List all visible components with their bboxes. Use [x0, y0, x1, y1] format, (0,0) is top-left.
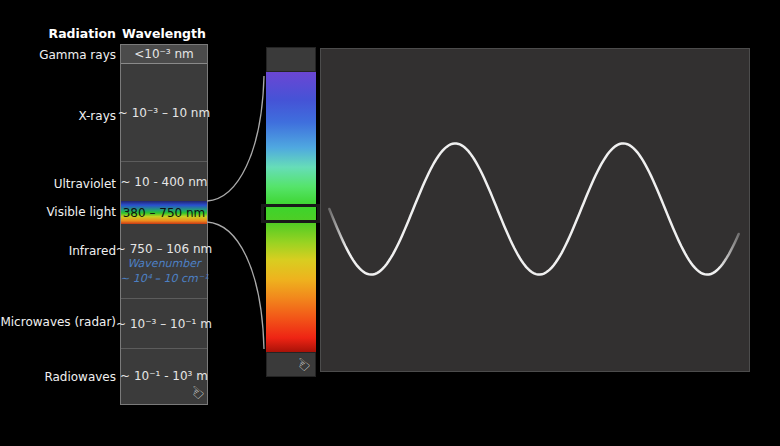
radiowave-wavelength-value: ~ 10⁻¹ - 10³ m — [120, 369, 208, 383]
row-gamma-rays[interactable]: <10⁻³ nm — [121, 45, 207, 64]
label-microwaves: Microwaves (radar) — [0, 315, 116, 329]
em-spectrum-applet: Radiation Wavelength Gamma rays X-rays U… — [0, 0, 780, 446]
connector-bottom-curve — [207, 222, 264, 349]
wave-display-panel — [320, 48, 750, 372]
wavelength-selection-rect[interactable] — [261, 204, 320, 223]
uv-wavelength-value: ~ 10 - 400 nm — [120, 175, 207, 189]
microwave-wavelength-value: ~ 10⁻³ – 10⁻¹ m — [116, 317, 212, 331]
label-infrared: Infrared — [69, 244, 116, 258]
row-visible-light[interactable]: 380 – 750 nm — [121, 201, 207, 224]
gamma-wavelength-value: <10⁻³ nm — [134, 47, 194, 61]
row-infrared[interactable]: ~ 750 – 106 nm Wavenumber ~ 10⁴ – 10 cm⁻… — [121, 224, 207, 299]
xray-wavelength-value: ~ 10⁻³ – 10 nm — [118, 106, 210, 120]
pointer-hand-icon[interactable]: ☜ — [185, 381, 208, 404]
spectrum-bar-top-cap — [266, 47, 316, 72]
row-x-rays[interactable]: ~ 10⁻³ – 10 nm — [121, 64, 207, 162]
visible-wavelength-value: 380 – 750 nm — [123, 206, 206, 220]
connector-top-curve — [207, 76, 264, 201]
pointer-hand-icon[interactable]: ☜ — [291, 353, 314, 376]
row-radiowaves[interactable]: ~ 10⁻¹ - 10³ m ☜ — [121, 349, 207, 402]
radiation-header: Radiation — [30, 26, 116, 41]
wavelength-table[interactable]: <10⁻³ nm ~ 10⁻³ – 10 nm ~ 10 - 400 nm 38… — [120, 44, 208, 405]
wavelength-header: Wavelength — [120, 26, 208, 41]
row-ultraviolet[interactable]: ~ 10 - 400 nm — [121, 162, 207, 201]
wavenumber-value: ~ 10⁴ – 10 cm⁻¹ — [120, 271, 208, 286]
label-ultraviolet: Ultraviolet — [54, 177, 116, 191]
spectrum-bar-bottom-cap: ☜ — [266, 352, 316, 377]
wave-svg — [321, 49, 749, 371]
label-radiowaves: Radiowaves — [44, 370, 116, 384]
label-gamma-rays: Gamma rays — [39, 48, 116, 62]
row-microwaves[interactable]: ~ 10⁻³ – 10⁻¹ m — [121, 299, 207, 349]
label-x-rays: X-rays — [78, 109, 116, 123]
label-visible-light: Visible light — [46, 205, 116, 219]
sine-wave-path — [329, 143, 738, 274]
wavenumber-label: Wavenumber — [127, 256, 200, 271]
infrared-wavelength-value: ~ 750 – 106 nm — [116, 242, 212, 256]
